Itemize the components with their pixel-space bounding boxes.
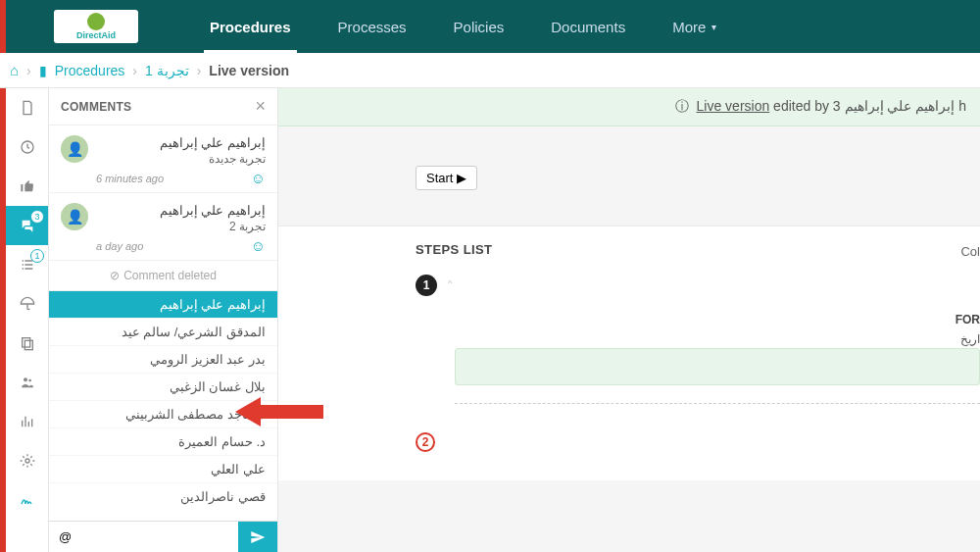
breadcrumb-separator: › bbox=[197, 63, 202, 78]
tasks-badge: 1 bbox=[30, 249, 44, 263]
svg-point-5 bbox=[25, 459, 29, 463]
svg-point-4 bbox=[28, 379, 31, 382]
step-number-badge-2: 2 bbox=[416, 432, 435, 452]
umbrella-icon bbox=[20, 296, 35, 312]
logo-container: DirectAid bbox=[6, 0, 186, 53]
comment-author: إبراهيم علي إبراهيم bbox=[96, 203, 266, 218]
gear-icon bbox=[20, 453, 35, 469]
comment-item: 👤 إبراهيم علي إبراهيم تجربة جديدة 6 minu… bbox=[49, 125, 277, 193]
send-button[interactable] bbox=[238, 522, 277, 552]
bar-chart-icon bbox=[20, 414, 35, 429]
thumbs-up-icon bbox=[20, 178, 35, 194]
banner-mid: edited by bbox=[769, 98, 833, 114]
info-icon: ⓘ bbox=[675, 98, 689, 114]
comment-deleted: ⊘Comment deleted bbox=[49, 261, 277, 290]
home-icon[interactable]: ⌂ bbox=[10, 62, 19, 78]
steps-title: STEPS LIST bbox=[416, 242, 980, 257]
side-rail: 3 1 bbox=[6, 88, 49, 552]
copy-icon bbox=[20, 335, 35, 351]
breadcrumb-separator: › bbox=[132, 63, 137, 78]
react-icon[interactable]: ☺ bbox=[251, 237, 266, 254]
comment-input[interactable] bbox=[49, 522, 238, 552]
logo[interactable]: DirectAid bbox=[54, 10, 138, 43]
logo-text: DirectAid bbox=[76, 31, 116, 41]
step-row[interactable]: 1 ˄ bbox=[416, 275, 980, 296]
comments-panel: COMMENTS × 👤 إبراهيم علي إبراهيم تجربة ج… bbox=[49, 88, 278, 552]
chevron-down-icon: ▾ bbox=[711, 22, 716, 32]
breadcrumb-separator: › bbox=[26, 63, 31, 78]
banner-live[interactable]: Live version bbox=[697, 98, 770, 114]
clock-icon bbox=[20, 139, 35, 155]
rail-history[interactable] bbox=[6, 127, 48, 167]
document-icon: ▮ bbox=[39, 63, 47, 78]
rail-settings[interactable] bbox=[6, 441, 48, 480]
breadcrumb-item[interactable]: تجربة 1 bbox=[145, 63, 189, 78]
comment-timestamp: 6 minutes ago bbox=[96, 173, 164, 184]
comment-item: 👤 إبراهيم علي إبراهيم تجربة 2 a day ago … bbox=[49, 193, 277, 261]
ban-icon: ⊘ bbox=[110, 269, 120, 282]
logo-mark-icon bbox=[87, 13, 105, 30]
step-number-badge: 1 bbox=[416, 275, 437, 296]
nav-procedures[interactable]: Procedures bbox=[186, 0, 315, 53]
collapse-link[interactable]: Col bbox=[960, 244, 980, 259]
comments-title: COMMENTS bbox=[61, 100, 131, 114]
banner-tail: 3 إبراهيم علي إبراهيم h bbox=[833, 98, 966, 114]
mention-option[interactable]: قصي ناصرالدين bbox=[49, 483, 277, 506]
chevron-up-icon[interactable]: ˄ bbox=[447, 278, 454, 293]
breadcrumb: ⌂ › ▮ Procedures › تجربة 1 › Live versio… bbox=[0, 53, 980, 88]
field-label: اريخ bbox=[455, 332, 980, 346]
avatar: 👤 bbox=[61, 135, 88, 163]
nav-more[interactable]: More ▾ bbox=[649, 0, 740, 53]
rail-users[interactable] bbox=[6, 363, 48, 402]
rail-risk[interactable] bbox=[6, 284, 48, 324]
mention-option[interactable]: د. ماجد مصطفى الشربيني bbox=[49, 401, 277, 428]
users-icon bbox=[20, 375, 35, 390]
mention-option[interactable]: د. حسام العميرة bbox=[49, 428, 277, 456]
rail-document[interactable] bbox=[6, 88, 48, 127]
comment-text: تجربة جديدة bbox=[96, 152, 266, 166]
mention-option[interactable]: إبراهيم علي إبراهيم bbox=[49, 291, 277, 319]
nav-processes[interactable]: Processes bbox=[315, 0, 430, 53]
top-nav: Procedures Processes Policies Documents … bbox=[186, 0, 740, 53]
rail-signature[interactable] bbox=[6, 480, 48, 520]
nav-documents[interactable]: Documents bbox=[527, 0, 649, 53]
comments-header: COMMENTS × bbox=[49, 88, 277, 125]
rail-analytics[interactable] bbox=[6, 402, 48, 441]
breadcrumb-procedures[interactable]: Procedures bbox=[55, 63, 125, 78]
mention-option[interactable]: علي العلي bbox=[49, 456, 277, 483]
send-icon bbox=[250, 529, 266, 545]
comment-timestamp: a day ago bbox=[96, 240, 143, 252]
start-zone: Start ▶ bbox=[278, 126, 980, 226]
version-banner: ⓘ Live version edited by 3 إبراهيم علي إ… bbox=[278, 88, 980, 126]
comment-text: تجربة 2 bbox=[96, 220, 266, 233]
start-button[interactable]: Start ▶ bbox=[416, 166, 477, 190]
content-area: ⓘ Live version edited by 3 إبراهيم علي إ… bbox=[278, 88, 980, 552]
svg-rect-1 bbox=[22, 338, 29, 347]
form-section-label: FOR bbox=[956, 313, 980, 326]
rail-like[interactable] bbox=[6, 167, 48, 206]
comment-input-row bbox=[49, 521, 277, 552]
comment-author: إبراهيم علي إبراهيم bbox=[96, 135, 266, 150]
react-icon[interactable]: ☺ bbox=[251, 170, 266, 186]
rail-comments[interactable]: 3 bbox=[6, 206, 48, 245]
rail-copy[interactable] bbox=[6, 324, 48, 363]
document-icon bbox=[20, 100, 35, 116]
mention-option[interactable]: بلال غسان الزغبي bbox=[49, 374, 277, 401]
rail-tasks[interactable]: 1 bbox=[6, 245, 48, 284]
avatar: 👤 bbox=[61, 203, 88, 230]
close-icon[interactable]: × bbox=[255, 96, 266, 117]
nav-policies[interactable]: Policies bbox=[430, 0, 528, 53]
svg-rect-2 bbox=[24, 340, 32, 349]
comments-badge: 3 bbox=[30, 210, 44, 224]
breadcrumb-current: Live version bbox=[209, 63, 289, 78]
divider bbox=[455, 403, 980, 404]
mention-option[interactable]: بدر عبد العزيز الرومي bbox=[49, 346, 277, 374]
signature-icon bbox=[20, 492, 35, 508]
form-field[interactable] bbox=[455, 348, 980, 385]
play-icon: ▶ bbox=[457, 171, 466, 185]
steps-card: STEPS LIST Col 1 ˄ FOR اريخ 2 bbox=[278, 226, 980, 480]
mention-dropdown: إبراهيم علي إبراهيم المدقق الشرعي/ سالم … bbox=[49, 290, 277, 506]
svg-point-3 bbox=[24, 377, 27, 381]
mention-option[interactable]: المدقق الشرعي/ سالم عيد bbox=[49, 319, 277, 346]
